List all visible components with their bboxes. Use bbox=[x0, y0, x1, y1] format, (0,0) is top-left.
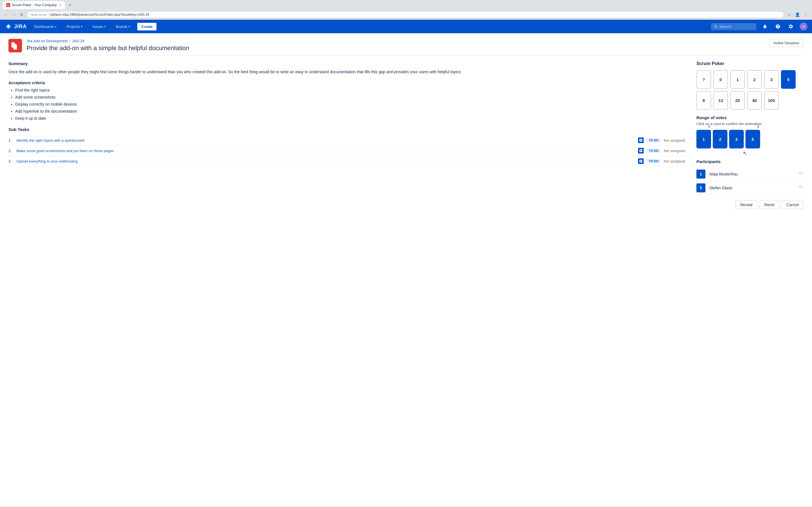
scrum-poker-app-icon bbox=[8, 39, 22, 52]
poker-card-question[interactable]: ? bbox=[696, 70, 711, 89]
table-row: 2. Make some good screenshots and put th… bbox=[8, 146, 685, 156]
jira-logo-icon bbox=[4, 22, 12, 31]
list-item: Add hyperlink to the documentation bbox=[15, 108, 685, 114]
jira-navbar: JIRA Dashboards ▾ Projects ▾ Issues ▾ Bo… bbox=[0, 20, 812, 33]
vote-card-5[interactable]: 1 5 bbox=[746, 130, 760, 149]
projects-menu[interactable]: Projects ▾ bbox=[64, 23, 85, 31]
subtasks-title: Sub Tasks bbox=[8, 127, 685, 132]
boards-menu[interactable]: Boards ▾ bbox=[113, 23, 133, 31]
notification-icon bbox=[762, 24, 767, 29]
poker-card-8[interactable]: 8 bbox=[696, 91, 711, 110]
svg-rect-7 bbox=[13, 45, 17, 50]
issue-header: Jira Add-on Development / JAD-24 Provide… bbox=[0, 33, 812, 55]
poker-card-3[interactable]: 3 bbox=[764, 70, 779, 89]
assignee-text: Not assigned bbox=[664, 159, 685, 163]
reveal-button[interactable]: Reveal bbox=[735, 201, 757, 209]
tab-close-icon[interactable]: × bbox=[59, 3, 61, 7]
dashboards-menu[interactable]: Dashboards ▾ bbox=[31, 23, 59, 31]
bookmark-button[interactable]: ☆ bbox=[786, 12, 793, 17]
help-icon bbox=[775, 24, 780, 29]
vote-card-3[interactable]: 3 bbox=[729, 130, 744, 149]
action-buttons: Reveal Reset Cancel bbox=[696, 201, 804, 209]
cancel-button[interactable]: Cancel bbox=[781, 201, 804, 209]
participant-name-2: Stefan Glase bbox=[709, 186, 732, 190]
participant-score-2: 5 bbox=[696, 183, 705, 192]
create-button[interactable]: Create bbox=[137, 23, 156, 31]
subtask-link[interactable]: Identify the right topics with a questio… bbox=[16, 138, 635, 143]
participant-status-icon-2 bbox=[799, 185, 804, 191]
participants-title: Participants bbox=[696, 159, 804, 164]
projects-arrow: ▾ bbox=[81, 25, 82, 28]
issues-arrow: ▾ bbox=[104, 25, 106, 28]
main-layout: Summary Once the add-on is used by other… bbox=[0, 55, 812, 215]
poker-card-2[interactable]: 2 bbox=[747, 70, 762, 89]
status-badge: TO DO bbox=[647, 138, 661, 143]
table-row: 3. Upload everything to your webhosting … bbox=[8, 156, 685, 166]
poker-card-100[interactable]: 100 bbox=[764, 91, 779, 110]
user-avatar[interactable]: U bbox=[800, 22, 808, 31]
list-item: 1 Maja Musterfrau bbox=[696, 167, 804, 181]
participant-score-1: 1 bbox=[696, 170, 705, 179]
dashboards-arrow: ▾ bbox=[55, 25, 56, 28]
breadcrumb-issue[interactable]: JAD-24 bbox=[72, 39, 84, 43]
security-indicator: Nicht sicher bbox=[31, 13, 47, 16]
profile-button[interactable]: 👤 bbox=[794, 12, 801, 17]
vote-count-1: 1 bbox=[708, 125, 710, 128]
jira-logo[interactable]: JIRA bbox=[4, 22, 27, 31]
subtask-type-icon bbox=[638, 137, 644, 143]
cards-grid: ? 0 1 2 3 5 8 13 20 40 100 bbox=[696, 70, 804, 110]
browser-menu-button[interactable]: ⋮ bbox=[802, 12, 809, 17]
subtask-link[interactable]: Upload everything to your webhosting bbox=[16, 159, 635, 163]
issues-menu[interactable]: Issues ▾ bbox=[90, 23, 109, 31]
active-sessions-button[interactable]: Active Sessions bbox=[769, 39, 804, 47]
tab-title: Scrum Poker - Your Company bbox=[12, 3, 57, 7]
search-box[interactable]: Search bbox=[711, 23, 756, 30]
issue-title: Provide the add-on with a simple but hel… bbox=[27, 44, 189, 52]
list-item: Find the right topics bbox=[15, 87, 685, 93]
svg-text:S: S bbox=[7, 4, 9, 7]
status-badge: TO DO bbox=[647, 159, 661, 163]
breadcrumb-project[interactable]: Jira Add-on Development bbox=[27, 39, 68, 43]
vote-card-1[interactable]: 1 1 bbox=[696, 130, 711, 149]
settings-icon bbox=[788, 24, 794, 29]
table-row: 1. Identify the right topics with a ques… bbox=[8, 135, 685, 146]
subtasks-list: 1. Identify the right topics with a ques… bbox=[8, 135, 685, 166]
settings-button[interactable] bbox=[786, 23, 795, 30]
svg-line-4 bbox=[716, 27, 717, 28]
subtask-number: 1. bbox=[8, 138, 13, 143]
refresh-button[interactable]: ↻ bbox=[18, 12, 25, 17]
vote-card-2[interactable]: 2 bbox=[713, 130, 727, 149]
vote-count-5: 1 bbox=[757, 125, 759, 128]
poker-card-13[interactable]: 13 bbox=[713, 91, 728, 110]
participant-name-1: Maja Musterfrau bbox=[709, 172, 738, 176]
notification-button[interactable] bbox=[761, 23, 769, 30]
poker-card-icon bbox=[11, 41, 20, 50]
poker-card-5[interactable]: 5 bbox=[781, 70, 796, 89]
poker-card-1[interactable]: 1 bbox=[730, 70, 745, 89]
poker-card-0[interactable]: 0 bbox=[713, 70, 728, 89]
help-button[interactable] bbox=[774, 23, 782, 30]
breadcrumb-separator: / bbox=[69, 39, 70, 43]
right-column: Scrum Poker ? 0 1 2 3 5 8 13 20 40 100 R… bbox=[696, 61, 804, 209]
subtask-type-icon bbox=[638, 148, 644, 154]
address-bar[interactable]: Nicht sicher | stefans-mbp:2990/jira/sec… bbox=[27, 11, 784, 18]
tab-favicon: S bbox=[6, 3, 10, 7]
poker-card-40[interactable]: 40 bbox=[747, 91, 762, 110]
back-button[interactable]: ← bbox=[3, 12, 10, 17]
breadcrumb: Jira Add-on Development / JAD-24 bbox=[27, 39, 189, 43]
summary-title: Summary bbox=[8, 61, 685, 66]
reset-button[interactable]: Reset bbox=[760, 201, 779, 209]
status-badge: TO DO bbox=[647, 149, 661, 153]
list-item: Display correctly on mobile devices bbox=[15, 101, 685, 107]
left-column: Summary Once the add-on is used by other… bbox=[8, 61, 685, 209]
subtask-link[interactable]: Make some good screenshots and put them … bbox=[16, 149, 635, 153]
forward-button[interactable]: → bbox=[11, 12, 17, 17]
scrum-poker-title: Scrum Poker bbox=[696, 61, 804, 66]
vote-cards: 1 1 2 3 1 5 bbox=[696, 130, 804, 149]
subtask-type-icon bbox=[638, 158, 644, 164]
assignee-text: Not assigned bbox=[664, 138, 685, 143]
browser-tab[interactable]: S Scrum Poker - Your Company × bbox=[3, 1, 65, 9]
new-tab-button[interactable]: + bbox=[67, 2, 73, 8]
subtask-number: 2. bbox=[8, 149, 13, 153]
poker-card-20[interactable]: 20 bbox=[730, 91, 745, 110]
